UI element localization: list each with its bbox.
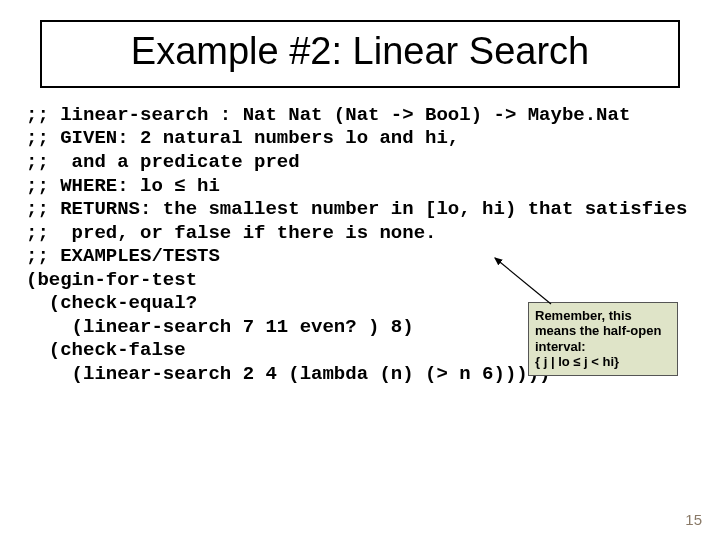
callout-line: interval: [535,339,671,354]
code-line: ;; pred, or false if there is none. [26,222,436,244]
code-line: ;; linear-search : Nat Nat (Nat -> Bool)… [26,104,630,126]
callout-box: Remember, this means the half-open inter… [528,302,678,376]
code-line: (begin-for-test [26,269,197,291]
code-line: ;; WHERE: lo ≤ hi [26,175,220,197]
code-line: (check-equal? [26,292,197,314]
code-line: (linear-search 2 4 (lambda (n) (> n 6)))… [26,363,551,385]
code-line: ;; and a predicate pred [26,151,300,173]
title-box: Example #2: Linear Search [40,20,680,88]
callout-line: means the half-open [535,323,671,338]
page-number: 15 [685,511,702,528]
callout-line: { j | lo ≤ j < hi} [535,354,671,369]
code-line: (check-false [26,339,186,361]
slide: Example #2: Linear Search ;; linear-sear… [0,0,720,540]
slide-title: Example #2: Linear Search [50,32,670,72]
code-line: (linear-search 7 11 even? ) 8) [26,316,414,338]
code-line: ;; EXAMPLES/TESTS [26,245,220,267]
code-line: ;; GIVEN: 2 natural numbers lo and hi, [26,127,459,149]
code-line: ;; RETURNS: the smallest number in [lo, … [26,198,687,220]
callout-line: Remember, this [535,308,671,323]
